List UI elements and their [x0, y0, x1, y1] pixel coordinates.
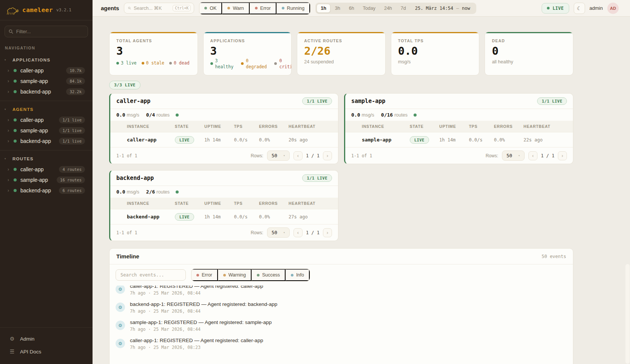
theme-toggle-button[interactable]: ☾ [574, 3, 585, 14]
avatar[interactable]: AD [607, 3, 619, 14]
instances-table: INSTANCESTATE UPTIMETPS ERRORSHEARTBEAT … [110, 121, 338, 147]
critical-dot [274, 62, 277, 65]
card-accent [110, 32, 198, 33]
sidebar-item-backend-app-agents[interactable]: › backend-app 1/1 live [0, 136, 93, 146]
timeline-event: ⚙ caller-app-1: REGISTERED — Agent regis… [110, 335, 573, 353]
time-range-7d[interactable]: 7d [397, 4, 410, 13]
event-gear-icon: ⚙ [116, 321, 125, 330]
sidebar-item-sample-app[interactable]: › sample-app 84.1k [0, 76, 93, 86]
live-summary-badge: 3/3 LIVE [109, 81, 141, 89]
warning-dot [223, 274, 226, 276]
section-header-applications[interactable]: ▾ APPLICATIONS [0, 55, 93, 65]
app-panel-backend-app: backend-app 1/1 LIVE 0.0msg/s 2/6routes … [109, 170, 338, 241]
instances-table: INSTANCESTATE UPTIMETPS ERRORSHEARTBEAT … [110, 198, 338, 224]
pager-prev-button[interactable]: ‹ [293, 228, 303, 237]
live-badge: 1/1 live [59, 117, 85, 123]
sidebar-item-admin[interactable]: ⚙ Admin [0, 332, 93, 345]
routes-badge: 4 routes [59, 166, 85, 173]
filter-running-button[interactable]: Running [276, 2, 310, 14]
pagination-range: 1-1 of 1 [116, 230, 137, 235]
topbar: agents Ctrl+K OK Warn Error [93, 0, 630, 17]
timeline-search-input[interactable] [116, 269, 186, 281]
app-panel-sample-app: sample-app 1/1 LIVE 0.0msg/s 0/16routes … [344, 93, 573, 164]
time-range-24h[interactable]: 24h [380, 4, 396, 13]
table-row[interactable]: caller-app LIVE 1h 14m 0.0/s 0.0% 20s ag… [110, 132, 338, 147]
panel-title: backend-app [116, 175, 154, 181]
app-panels-grid: caller-app 1/1 LIVE 0.0msg/s 0/4routes I… [109, 93, 573, 241]
brand-version: v3.2.1 [56, 8, 71, 12]
timeline-events-list[interactable]: ⚙ caller-app-1: REGISTERED — Agent regis… [110, 286, 573, 364]
filter-ok-button[interactable]: OK [199, 2, 222, 14]
event-gear-icon: ⚙ [116, 286, 125, 294]
filter-warn-button[interactable]: Warn [222, 2, 249, 14]
section-header-routes[interactable]: ▾ ROUTES [0, 154, 93, 164]
chevron-right-icon: › [8, 78, 13, 84]
timeline-filter-error-button[interactable]: Error [191, 269, 218, 281]
sidebar-item-sample-app-agents[interactable]: › sample-app 1/1 live [0, 125, 93, 136]
global-search: Ctrl+K [124, 3, 194, 14]
instances-table: INSTANCESTATE UPTIMETPS ERRORSHEARTBEAT … [345, 121, 573, 147]
sidebar-item-caller-app[interactable]: › caller-app 10.7k [0, 65, 93, 76]
pager-next-button[interactable]: › [558, 151, 567, 160]
chevron-right-icon: › [8, 89, 13, 94]
section-header-agents[interactable]: ▾ AGENTS [0, 104, 93, 115]
time-range-today[interactable]: Today [359, 4, 380, 13]
stale-dot [142, 62, 144, 65]
table-row[interactable]: backend-app LIVE 1h 14m 0.0/s 0.0% 27s a… [110, 209, 338, 224]
timeline-filter-warning-button[interactable]: Warning [218, 269, 252, 281]
pager-next-button[interactable]: › [323, 228, 332, 237]
rows-per-page-select[interactable]: 50 ▾ [267, 151, 290, 161]
status-dot [176, 114, 179, 117]
filter-error-button[interactable]: Error [250, 2, 276, 14]
timeline-filter-info-button[interactable]: Info [286, 269, 310, 281]
pager-prev-button[interactable]: ‹ [293, 151, 303, 160]
rows-per-page-select[interactable]: 50 ▾ [267, 227, 290, 238]
sidebar-filter-input[interactable] [16, 29, 84, 34]
time-range-1h[interactable]: 1h [317, 4, 330, 13]
gear-icon: ⚙ [9, 336, 15, 342]
keyboard-shortcut-badge: Ctrl+K [173, 5, 191, 11]
timeline-event: ⚙ sample-app-1: REGISTERED — Agent regis… [110, 317, 573, 335]
chevron-right-icon: › [8, 188, 13, 193]
sidebar-section-applications: ▾ APPLICATIONS › caller-app 10.7k › samp… [0, 52, 93, 101]
panel-live-badge: 1/1 LIVE [537, 97, 567, 105]
sidebar-item-caller-app-routes[interactable]: › caller-app 4 routes [0, 164, 93, 175]
degraded-dot [241, 62, 244, 65]
card-accent [204, 32, 292, 33]
chevron-right-icon: › [8, 128, 13, 133]
global-search-input[interactable] [134, 6, 170, 11]
time-range-selector: 1h 3h 6h Today 24h 7d 25. März 14:54 — n… [315, 3, 476, 14]
time-range-3h[interactable]: 3h [331, 4, 344, 13]
ok-dot [204, 7, 207, 9]
count-badge: 32.2k [66, 88, 85, 95]
live-badge: 1/1 live [59, 138, 85, 144]
live-status-badge[interactable]: LIVE [542, 3, 569, 14]
timeline-filter-success-button[interactable]: Success [252, 269, 286, 281]
sidebar-item-backend-app[interactable]: › backend-app 32.2k [0, 86, 93, 97]
table-row[interactable]: sample-app LIVE 1h 14m 0.0/s 0.0% 22s ag… [345, 132, 573, 147]
state-badge: LIVE [410, 136, 429, 144]
chevron-down-icon: ▾ [5, 58, 8, 61]
sidebar-item-caller-app-agents[interactable]: › caller-app 1/1 live [0, 115, 93, 125]
time-range-6h[interactable]: 6h [345, 4, 358, 13]
timeline-event-count: 50 events [542, 254, 566, 259]
sidebar-item-api-docs[interactable]: ☰ API Docs [0, 345, 93, 358]
status-dot [14, 118, 17, 121]
sidebar-item-backend-app-routes[interactable]: › backend-app 6 routes [0, 185, 93, 196]
scrollbar[interactable] [625, 264, 630, 364]
sidebar: cameleer v3.2.1 NAVIGATION ▾ APPLICATION… [0, 0, 93, 364]
state-badge: LIVE [175, 136, 194, 144]
card-accent [391, 32, 479, 33]
rows-per-page-select[interactable]: 50 ▾ [502, 151, 525, 161]
chevron-right-icon: › [8, 167, 13, 172]
topbar-right: LIVE ☾ admin AD [542, 3, 619, 14]
pager-prev-button[interactable]: ‹ [528, 151, 537, 160]
stat-card-active-routes: ACTIVE ROUTES 2/26 24 suspended [297, 32, 386, 75]
sidebar-item-sample-app-routes[interactable]: › sample-app 16 routes [0, 175, 93, 185]
caret-down-icon: ▾ [518, 154, 520, 157]
pagination-range: 1-1 of 1 [351, 153, 372, 158]
live-dot [547, 7, 550, 9]
pager-next-button[interactable]: › [323, 151, 332, 160]
routes-badge: 6 routes [59, 187, 85, 194]
card-accent [297, 32, 385, 33]
